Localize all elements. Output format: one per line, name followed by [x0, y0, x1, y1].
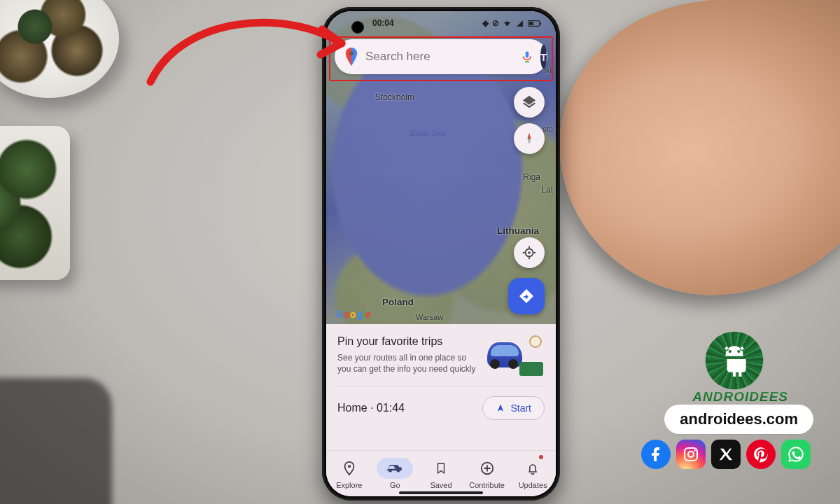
layers-icon	[522, 94, 537, 110]
crosshair-icon	[522, 245, 537, 260]
nav-updates[interactable]: Updates	[510, 451, 556, 496]
google-logo: Google	[336, 309, 371, 320]
nav-explore[interactable]: Explore	[326, 451, 372, 496]
svg-point-4	[528, 251, 531, 254]
plus-circle-icon	[479, 461, 495, 476]
layers-button[interactable]	[514, 87, 545, 118]
phone-frame: 00:04 ◆ ⊘ Baltic Sea Stockholm Riga	[322, 7, 560, 500]
facebook-icon[interactable]	[641, 440, 671, 469]
location-icon: ◆	[482, 18, 489, 28]
status-time: 00:04	[372, 18, 394, 28]
status-icons: ◆ ⊘	[482, 18, 542, 28]
start-label: Start	[510, 402, 531, 414]
pin-trips-card: Pin your favorite trips See your routes …	[337, 335, 545, 386]
android-icon	[717, 343, 752, 378]
svg-rect-2	[529, 22, 533, 25]
svg-point-7	[348, 465, 351, 468]
brand-logo	[704, 330, 764, 391]
directions-icon	[518, 288, 535, 304]
nav-go-label: Go	[390, 481, 400, 489]
home-destination-label: Home · 01:44	[337, 402, 405, 414]
svg-point-11	[694, 449, 696, 451]
sheet-subtitle: See your routes all in one place so you …	[337, 352, 477, 374]
map-label-riga: Riga	[523, 172, 540, 182]
battery-icon	[528, 20, 542, 27]
nav-contribute-label: Contribute	[469, 481, 505, 489]
nav-explore-label: Explore	[336, 481, 362, 489]
svg-rect-1	[540, 22, 541, 24]
x-twitter-icon[interactable]	[711, 440, 741, 469]
home-destination-row[interactable]: Home · 01:44 Start	[337, 386, 545, 427]
whatsapp-icon[interactable]	[781, 440, 811, 469]
microphone-icon	[521, 49, 533, 64]
trips-illustration	[487, 335, 543, 376]
search-input[interactable]	[365, 50, 514, 64]
nav-saved[interactable]: Saved	[418, 451, 464, 496]
sheet-title: Pin your favorite trips	[337, 335, 477, 348]
gesture-nav-bar[interactable]	[399, 491, 483, 494]
phone-screen: 00:04 ◆ ⊘ Baltic Sea Stockholm Riga	[326, 11, 556, 496]
wifi-icon	[503, 20, 512, 27]
dnd-icon: ⊘	[492, 18, 499, 28]
map-label-hels: lki	[545, 66, 552, 74]
map-label-lat: Lat	[541, 185, 553, 195]
pinterest-icon[interactable]	[746, 440, 776, 469]
nav-contribute[interactable]: Contribute	[464, 451, 510, 496]
search-bar[interactable]: T	[335, 39, 547, 74]
bottom-navigation: Explore Go Saved Contribute Updates	[326, 450, 556, 496]
compass-button[interactable]	[514, 123, 545, 154]
signal-icon	[515, 20, 524, 27]
navigation-arrow-icon	[496, 403, 505, 413]
bookmark-icon	[435, 461, 447, 476]
directions-fab[interactable]	[508, 278, 545, 314]
brand-name-text: ANDROIDEES	[692, 389, 788, 405]
my-location-button[interactable]	[514, 237, 545, 268]
compass-icon	[522, 132, 536, 146]
map-label-stockholm: Stockholm	[375, 92, 414, 102]
camera-punch-hole	[351, 21, 364, 34]
bell-icon	[526, 461, 540, 476]
notification-dot	[539, 455, 543, 459]
nav-saved-label: Saved	[430, 481, 451, 489]
desk-plant-bottom	[0, 126, 70, 280]
car-icon	[386, 461, 404, 475]
social-icons-row	[641, 440, 811, 469]
maps-pin-icon	[344, 48, 358, 66]
nav-go[interactable]: Go	[372, 451, 419, 496]
map-label-est: sto	[542, 125, 553, 133]
voice-search-button[interactable]	[521, 46, 533, 67]
svg-rect-6	[526, 52, 529, 58]
instagram-icon[interactable]	[676, 440, 706, 469]
brand-url-pill: androidees.com	[664, 405, 813, 434]
start-navigation-button[interactable]: Start	[482, 396, 545, 420]
map-label-warsaw: Warsaw	[416, 313, 443, 321]
map-label-poland: Poland	[382, 297, 414, 307]
svg-point-5	[349, 51, 354, 55]
map-label-baltic-sea: Baltic Sea	[410, 129, 445, 137]
map-label-lithuania: Lithuania	[497, 225, 539, 236]
nav-updates-label: Updates	[519, 481, 547, 489]
avatar-initial: T	[540, 51, 547, 63]
svg-point-10	[688, 451, 694, 457]
pin-icon	[342, 461, 357, 476]
desk-shadow	[0, 378, 112, 504]
